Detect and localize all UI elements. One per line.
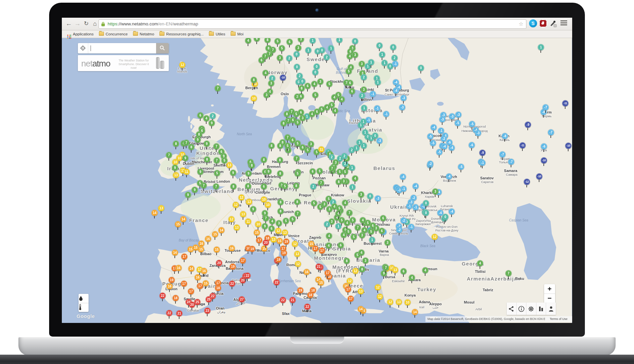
temperature-pin[interactable]: 5 — [350, 217, 356, 223]
temperature-pin[interactable]: 15 — [318, 280, 324, 286]
temperature-pin[interactable]: 5 — [311, 200, 317, 206]
temperature-pin[interactable]: -1 — [370, 91, 376, 97]
temperature-pin[interactable]: 8 — [277, 157, 283, 163]
temperature-pin[interactable]: 2 — [324, 221, 330, 227]
temperature-pin[interactable]: 12 — [238, 194, 245, 201]
temperature-pin[interactable]: 12 — [377, 294, 383, 300]
temperature-pin[interactable]: 18 — [172, 295, 179, 301]
temperature-pin[interactable]: 1 — [379, 51, 385, 58]
temperature-pin[interactable]: 23 — [204, 308, 211, 314]
skype-extension-icon[interactable]: S — [529, 19, 537, 27]
temperature-pin[interactable]: -11 — [562, 100, 568, 107]
temperature-pin[interactable]: 14 — [151, 210, 158, 216]
temperature-pin[interactable]: 15 — [175, 221, 181, 227]
temperature-pin[interactable]: 6 — [298, 109, 304, 116]
temperature-pin[interactable]: 8 — [277, 199, 284, 205]
temperature-pin[interactable]: 19 — [281, 250, 287, 256]
temperature-pin[interactable]: 4 — [262, 70, 269, 76]
temperature-pin[interactable]: -9 — [479, 150, 486, 156]
temperature-pin[interactable]: -1 — [392, 61, 398, 67]
temperature-pin[interactable]: 12 — [375, 284, 381, 291]
temperature-pin[interactable]: 9 — [262, 223, 268, 229]
temperature-pin[interactable]: 8 — [344, 258, 350, 264]
temperature-pin[interactable]: 12 — [292, 241, 298, 247]
temperature-pin[interactable]: 2 — [341, 153, 348, 159]
temperature-pin[interactable]: -3 — [439, 116, 446, 123]
temperature-pin[interactable]: 0 — [319, 47, 325, 53]
temperature-pin[interactable]: -8 — [502, 133, 508, 139]
temperature-pin[interactable]: 5 — [351, 234, 357, 240]
temperature-pin[interactable]: 25 — [206, 296, 212, 303]
temperature-pin[interactable]: 4 — [341, 232, 347, 238]
address-bar[interactable]: https://www.netatmo.com/en-EN/weathermap… — [99, 19, 526, 29]
temperature-pin[interactable]: 16 — [166, 283, 173, 290]
temperature-pin[interactable]: 1 — [328, 45, 334, 51]
temperature-pin[interactable]: -1 — [374, 105, 380, 112]
temperature-pin[interactable]: -1 — [408, 224, 414, 230]
temperature-pin[interactable]: -5 — [430, 140, 436, 146]
temperature-pin[interactable]: 1 — [335, 223, 342, 229]
temperature-pin[interactable]: 25 — [194, 299, 201, 305]
temperature-pin[interactable]: -10 — [541, 157, 547, 164]
temperature-pin[interactable]: 20 — [263, 239, 269, 246]
temperature-pin[interactable]: -5 — [436, 149, 442, 155]
temperature-pin[interactable]: 2 — [210, 113, 216, 119]
temperature-pin[interactable]: 19 — [230, 263, 236, 270]
temperature-pin[interactable]: -3 — [375, 195, 381, 202]
temperature-pin[interactable]: 1 — [538, 44, 544, 50]
temperature-pin[interactable]: -1 — [479, 160, 486, 166]
temperature-pin[interactable]: -4 — [449, 208, 455, 215]
temperature-pin[interactable]: -3 — [455, 112, 462, 118]
temperature-pin[interactable]: 5 — [279, 45, 285, 51]
temperature-pin[interactable]: 4 — [326, 242, 332, 249]
info-button[interactable] — [517, 303, 527, 315]
temperature-pin[interactable]: 3 — [432, 188, 438, 195]
temperature-pin[interactable]: 0 — [376, 42, 383, 49]
temperature-pin[interactable]: 5 — [336, 205, 343, 211]
temperature-pin[interactable]: 14 — [180, 216, 186, 222]
temperature-pin[interactable]: 0 — [312, 69, 319, 75]
search-input[interactable] — [88, 43, 158, 53]
temperature-pin[interactable]: 5 — [289, 216, 296, 222]
temperature-pin[interactable]: 14 — [358, 306, 364, 312]
temperature-pin[interactable]: 13 — [240, 211, 246, 217]
temperature-pin[interactable]: 12 — [228, 216, 235, 222]
temperature-pin[interactable]: 0 — [367, 193, 373, 199]
temperature-pin[interactable]: 17 — [181, 281, 187, 287]
temperature-pin[interactable]: 5 — [294, 119, 301, 126]
temperature-pin[interactable]: 7 — [318, 180, 324, 186]
temperature-pin[interactable]: 16 — [229, 245, 235, 251]
temperature-pin[interactable]: 2 — [310, 183, 316, 190]
temperature-pin[interactable]: 9 — [197, 169, 204, 175]
temperature-pin[interactable]: 1 — [369, 237, 375, 243]
temperature-pin[interactable]: 22 — [159, 293, 166, 299]
temperature-pin[interactable]: 15 — [212, 231, 218, 237]
temperature-pin[interactable]: 17 — [325, 270, 331, 276]
temperature-pin[interactable]: 14 — [412, 309, 418, 315]
temperature-pin[interactable]: 22 — [166, 310, 172, 316]
temperature-pin[interactable]: 9 — [265, 168, 272, 175]
temperature-pin[interactable]: 17 — [312, 245, 319, 252]
temperature-pin[interactable]: 5 — [274, 38, 281, 44]
graph-button[interactable] — [536, 303, 546, 315]
temperature-pin[interactable]: 0 — [313, 63, 320, 70]
temperature-pin[interactable]: 3 — [299, 115, 306, 121]
temperature-pin[interactable]: 1 — [353, 145, 360, 151]
temperature-pin[interactable]: 6 — [400, 268, 407, 275]
temperature-pin[interactable]: -4 — [430, 124, 437, 131]
temperature-pin[interactable]: -10 — [536, 173, 542, 180]
temperature-pin[interactable]: 12 — [295, 261, 301, 267]
temperature-pin[interactable]: 2 — [324, 54, 330, 60]
temperature-pin[interactable]: 16 — [175, 265, 182, 271]
temperature-pin[interactable]: 5 — [304, 147, 311, 153]
temperature-pin[interactable]: -3 — [376, 138, 383, 144]
temperature-pin[interactable]: 1 — [361, 105, 367, 111]
temperature-pin[interactable]: 3 — [326, 206, 333, 212]
temperature-pin[interactable]: 1 — [368, 59, 374, 65]
temperature-pin[interactable]: 8 — [294, 199, 300, 205]
temperature-pin[interactable]: 7 — [166, 152, 172, 158]
temperature-pin[interactable]: 6 — [379, 228, 385, 234]
temperature-pin[interactable]: 8 — [277, 143, 283, 149]
weather-map[interactable]: NorwaySwedenFinlandEstoniaLatviaLithuani… — [62, 38, 572, 323]
temperature-pin[interactable]: 0 — [423, 200, 429, 206]
